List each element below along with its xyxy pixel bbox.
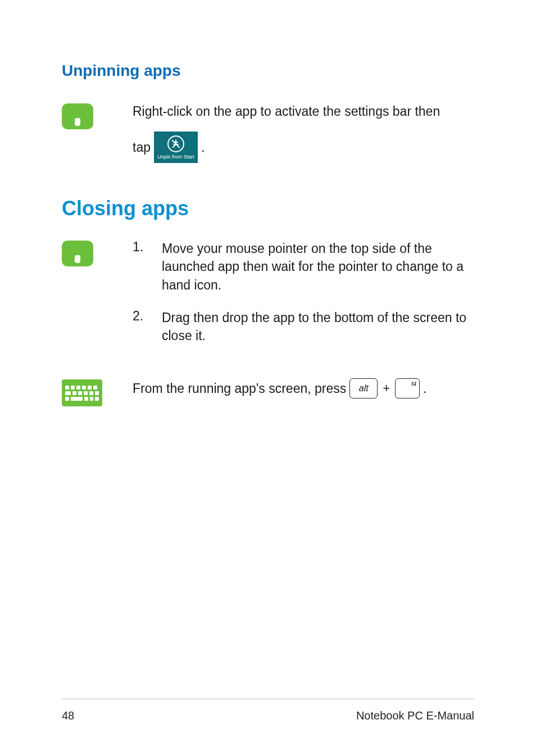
- keyboard-suffix-text: .: [423, 379, 426, 397]
- tap-prefix-text: tap: [133, 138, 151, 156]
- heading-unpinning-apps: Unpinning apps: [62, 62, 474, 80]
- unpin-from-start-tile: Unpin from Start: [154, 132, 198, 163]
- closing-mouse-row: 1. Move your mouse pointer on the top si…: [62, 239, 474, 359]
- unpin-icon: [167, 135, 184, 152]
- closing-steps-list: 1. Move your mouse pointer on the top si…: [133, 239, 474, 345]
- alt-key-icon: alt: [349, 378, 378, 399]
- step-number: 2.: [133, 309, 146, 345]
- step-number: 1.: [133, 239, 146, 294]
- list-item: 2. Drag then drop the app to the bottom …: [133, 309, 474, 345]
- keyboard-prefix-text: From the running app's screen, press: [133, 379, 346, 397]
- doc-title: Notebook PC E-Manual: [356, 709, 474, 722]
- heading-closing-apps: Closing apps: [62, 197, 474, 220]
- mouse-icon: [62, 103, 93, 129]
- f4-key-icon: f4: [395, 378, 420, 399]
- page-number: 48: [62, 709, 74, 722]
- keyboard-icon: [62, 379, 102, 406]
- unpin-tile-label: Unpin from Start: [157, 153, 194, 161]
- unpinning-instruction-line1: Right-click on the app to activate the s…: [133, 102, 474, 120]
- unpinning-mouse-row: Right-click on the app to activate the s…: [62, 102, 474, 163]
- tap-suffix-text: .: [201, 138, 205, 156]
- step-text: Drag then drop the app to the bottom of …: [162, 309, 474, 345]
- keyboard-instruction: From the running app's screen, press alt…: [133, 378, 427, 399]
- unpinning-instruction-tap: tap Unpin from Start .: [133, 132, 205, 163]
- mouse-icon: [62, 241, 93, 266]
- step-text: Move your mouse pointer on the top side …: [162, 239, 474, 294]
- page-footer: 48 Notebook PC E-Manual: [62, 699, 474, 722]
- closing-keyboard-row: From the running app's screen, press alt…: [62, 378, 474, 406]
- list-item: 1. Move your mouse pointer on the top si…: [133, 239, 474, 294]
- plus-text: +: [381, 380, 392, 397]
- f4-key-label: f4: [411, 380, 416, 388]
